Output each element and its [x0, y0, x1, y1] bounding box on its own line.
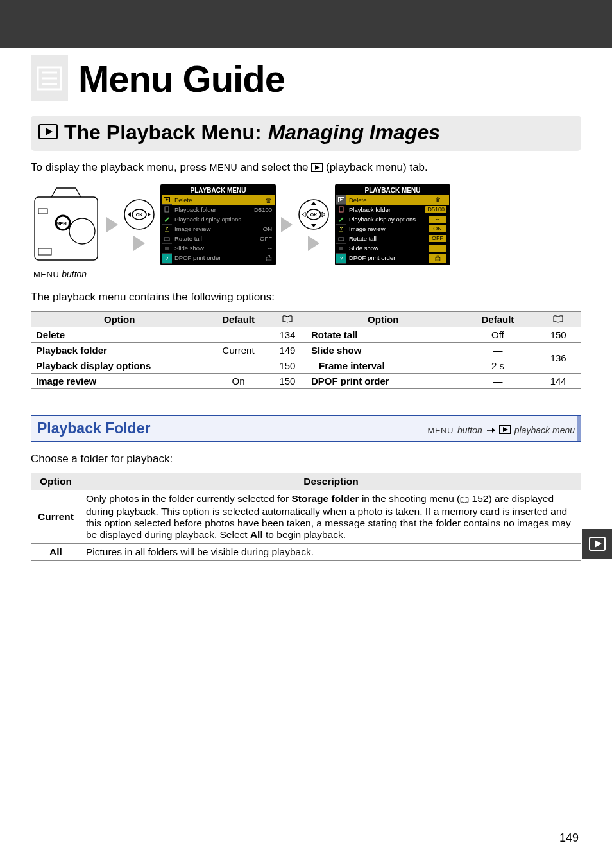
book-icon [553, 315, 563, 323]
subsection-heading: Playback Folder MENU button playback men… [31, 415, 581, 442]
side-tab-playback [582, 529, 612, 559]
menu-button-caption: MENU button [33, 269, 581, 279]
lcd-screen-2: PLAYBACK MENU ? Delete🗑Playback folderD5… [335, 184, 450, 265]
lcd-screen-1: PLAYBACK MENU ? Delete🗑Playback folderD5… [160, 184, 276, 265]
section-heading: The Playback Menu: Managing Images [31, 116, 581, 151]
svg-text:OK: OK [136, 213, 143, 217]
options-table-right: Option Default Rotate tallOff150Slide sh… [306, 311, 581, 389]
svg-marker-20 [166, 198, 169, 201]
svg-text:MENU: MENU [56, 221, 70, 226]
svg-marker-31 [311, 224, 316, 227]
chapter-title: Menu Guide [78, 57, 285, 100]
svg-line-22 [165, 218, 169, 221]
svg-rect-12 [38, 248, 51, 255]
top-band [0, 0, 612, 48]
svg-point-9 [69, 218, 95, 244]
svg-rect-38 [339, 238, 344, 241]
option-row: DPOF print order—144 [306, 373, 581, 388]
camera-illustration: MENU [31, 183, 101, 266]
options-tables: Option Default Delete—134Playback folder… [31, 311, 581, 389]
subsection-nav: MENU button playback menu [428, 425, 575, 437]
intro-text: To display the playback menu, press MENU… [31, 160, 581, 177]
svg-marker-30 [311, 202, 316, 205]
svg-rect-21 [165, 207, 169, 212]
folder-intro: Choose a folder for playback: [31, 451, 581, 467]
options-intro: The playback menu contains the following… [31, 290, 581, 305]
svg-rect-36 [339, 207, 343, 212]
svg-marker-7 [315, 165, 320, 170]
arrow-2 [281, 217, 293, 232]
svg-marker-33 [322, 212, 325, 217]
menu-label: MENU [210, 162, 237, 173]
svg-marker-45 [503, 427, 508, 432]
diagram-row: MENU OK PLAYBACK MENU [31, 183, 581, 266]
option-row: Playback display options—150 [31, 358, 306, 373]
ok-pad-nav-2: OK [298, 198, 330, 251]
playback-icon [38, 124, 58, 139]
book-icon [460, 494, 469, 506]
option-row: Image reviewOn150 [31, 373, 306, 388]
section-title-sub: Managing Images [268, 121, 441, 144]
section-title-main: The Playback Menu: [64, 121, 262, 144]
option-row: Delete—134 [31, 327, 306, 342]
option-row: Rotate tallOff150 [306, 327, 581, 342]
chapter-heading: Menu Guide [31, 55, 581, 101]
playback-tab-icon [311, 161, 323, 177]
svg-rect-13 [38, 209, 47, 214]
svg-marker-43 [492, 428, 495, 433]
svg-text:OK: OK [310, 213, 318, 217]
playback-tab-icon [499, 425, 511, 436]
desc-row-current: Current Only photos in the folder curren… [31, 490, 581, 544]
svg-rect-23 [164, 238, 169, 241]
desc-table: Option Description Current Only photos i… [31, 473, 581, 561]
page-number: 149 [559, 831, 579, 845]
svg-marker-17 [128, 212, 131, 217]
svg-marker-18 [148, 212, 151, 217]
page-content: Menu Guide The Playback Menu: Managing I… [0, 55, 612, 561]
svg-marker-47 [595, 540, 602, 548]
svg-marker-35 [340, 198, 343, 201]
menu-list-icon [31, 55, 68, 101]
arrow-right-icon [486, 427, 495, 433]
desc-row-all: All Pictures in all folders will be visi… [31, 544, 581, 561]
option-row: Slide show—136 [306, 342, 581, 358]
svg-marker-5 [46, 128, 53, 135]
book-icon [282, 315, 293, 323]
option-row: Playback folderCurrent149 [31, 342, 306, 358]
svg-marker-32 [302, 212, 305, 217]
options-table-left: Option Default Delete—134Playback folder… [31, 311, 306, 389]
ok-pad-nav-1: OK [123, 198, 155, 251]
svg-line-37 [339, 218, 343, 221]
subsection-title: Playback Folder [37, 420, 150, 437]
arrow-1 [106, 217, 118, 232]
